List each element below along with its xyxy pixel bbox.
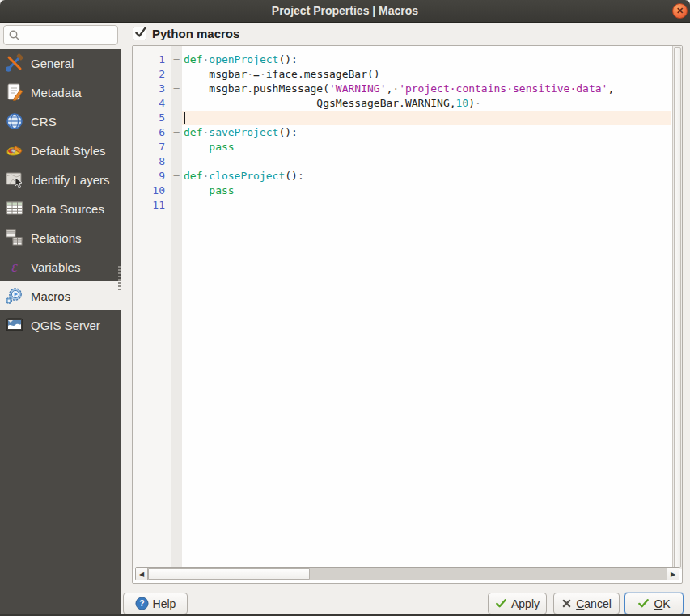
code-line-2[interactable]: 2 msgbar·=·iface.messageBar() — [133, 67, 671, 82]
scroll-right-arrow-icon[interactable]: ▶ — [667, 568, 679, 580]
sidebar-item-general[interactable]: General — [0, 49, 121, 78]
relations-icon — [5, 228, 24, 247]
fold-margin-cell — [171, 154, 182, 169]
code-text[interactable]: pass — [182, 140, 671, 154]
horizontal-scrollbar-thumb[interactable] — [148, 568, 310, 580]
cancel-button-label: Cancel — [576, 597, 612, 610]
line-number: 6 — [133, 125, 171, 140]
code-text[interactable]: msgbar.pushMessage('WARNING',·'project·c… — [182, 82, 671, 96]
sidebar-item-crs[interactable]: CRS — [0, 107, 121, 136]
help-icon: ? — [135, 597, 149, 610]
sidebar-item-metadata[interactable]: Metadata — [0, 78, 121, 107]
line-number: 11 — [133, 198, 171, 213]
code-line-3[interactable]: 3– msgbar.pushMessage('WARNING',·'projec… — [133, 82, 671, 96]
vertical-scrollbar-thumb[interactable] — [674, 47, 681, 568]
macro-code-editor[interactable]: 1–def·openProject():2 msgbar·=·iface.mes… — [132, 45, 683, 584]
horizontal-scrollbar[interactable]: ◀ ▶ — [135, 567, 679, 580]
code-text[interactable]: def·openProject(): — [182, 53, 671, 67]
sidebar-item-label: Metadata — [31, 86, 82, 99]
code-line-11[interactable]: 11 — [133, 198, 671, 213]
fold-margin-cell — [171, 67, 182, 82]
fold-marker-icon[interactable]: – — [171, 125, 182, 140]
sidebar-search[interactable] — [3, 25, 118, 45]
code-text[interactable] — [182, 154, 671, 169]
horizontal-scrollbar-track[interactable] — [148, 568, 667, 580]
sidebar-item-relations[interactable]: Relations — [0, 223, 121, 252]
sidebar-item-label: Default Styles — [31, 144, 106, 158]
line-number: 9 — [133, 169, 171, 184]
fold-margin-cell — [171, 184, 182, 198]
sidebar-item-data-sources[interactable]: Data Sources — [0, 194, 121, 223]
x-icon — [561, 598, 572, 609]
sidebar-item-label: QGIS Server — [31, 319, 100, 332]
code-text[interactable]: def·closeProject(): — [182, 169, 671, 184]
code-line-6[interactable]: 6–def·saveProject(): — [133, 125, 671, 140]
check-icon — [637, 597, 650, 610]
identify-layers-icon — [5, 170, 24, 189]
help-button[interactable]: ? Help — [123, 593, 188, 614]
code-line-1[interactable]: 1–def·openProject(): — [133, 53, 671, 67]
code-line-5[interactable]: 5 — [133, 111, 671, 125]
python-macros-label: Python macros — [152, 27, 239, 40]
sidebar-item-qgis-server[interactable]: QGIS Server — [0, 310, 121, 340]
line-number: 4 — [133, 96, 171, 111]
vertical-scrollbar[interactable] — [672, 46, 682, 569]
fold-marker-icon[interactable]: – — [171, 53, 182, 67]
crs-icon — [5, 112, 24, 131]
sidebar-item-label: Variables — [31, 260, 80, 274]
fold-margin-cell — [171, 111, 182, 125]
sidebar-item-identify-layers[interactable]: Identify Layers — [0, 165, 121, 194]
data-sources-icon — [5, 199, 24, 218]
ok-button[interactable]: OK — [624, 593, 684, 614]
code-text[interactable]: def·saveProject(): — [182, 125, 671, 140]
fold-marker-icon[interactable]: – — [171, 82, 182, 96]
sidebar-item-label: Relations — [31, 231, 82, 245]
ok-button-label: OK — [654, 597, 670, 610]
line-number: 3 — [133, 82, 171, 96]
code-area[interactable]: 1–def·openProject():2 msgbar·=·iface.mes… — [133, 53, 671, 213]
sidebar-scrollbar[interactable] — [118, 266, 121, 290]
search-icon — [8, 29, 21, 42]
variables-icon: ε — [5, 257, 24, 276]
line-number: 5 — [133, 111, 171, 125]
fold-margin-cell — [171, 198, 182, 213]
code-line-4[interactable]: 4 QgsMessageBar.WARNING,10)· — [133, 96, 671, 111]
svg-text:?: ? — [139, 599, 144, 608]
code-text[interactable]: msgbar·=·iface.messageBar() — [182, 67, 671, 82]
close-icon[interactable]: ✕ — [672, 3, 688, 19]
sidebar-item-label: Macros — [31, 289, 70, 303]
cancel-button[interactable]: Cancel — [553, 593, 620, 614]
scroll-left-arrow-icon[interactable]: ◀ — [136, 568, 148, 580]
search-input[interactable] — [23, 27, 116, 44]
sidebar-item-variables[interactable]: εVariables — [0, 252, 121, 281]
sidebar-item-label: CRS — [31, 115, 57, 129]
titlebar[interactable]: Project Properties | Macros ✕ — [0, 0, 690, 23]
sidebar-item-default-styles[interactable]: Default Styles — [0, 136, 121, 165]
code-line-9[interactable]: 9–def·closeProject(): — [133, 169, 671, 184]
code-line-7[interactable]: 7 pass — [133, 140, 671, 154]
line-number: 1 — [133, 53, 171, 67]
fold-marker-icon[interactable]: – — [171, 169, 182, 184]
code-text[interactable] — [182, 198, 671, 213]
metadata-icon — [5, 82, 24, 102]
code-line-8[interactable]: 8 — [133, 154, 671, 169]
python-macros-checkbox-row: Python macros — [133, 27, 239, 40]
sidebar-nav: GeneralMetadataCRSDefault StylesIdentify… — [0, 49, 121, 614]
python-macros-checkbox[interactable] — [133, 27, 146, 40]
code-text[interactable]: QgsMessageBar.WARNING,10)· — [182, 96, 671, 111]
line-number: 7 — [133, 140, 171, 154]
check-icon — [495, 597, 507, 610]
code-text[interactable] — [182, 111, 671, 125]
general-icon — [5, 53, 24, 73]
window-title: Project Properties | Macros — [0, 4, 690, 17]
svg-text:ε: ε — [11, 258, 18, 275]
code-text[interactable]: pass — [182, 184, 671, 198]
line-number: 8 — [133, 154, 171, 169]
apply-button[interactable]: Apply — [488, 593, 547, 614]
line-number: 10 — [133, 184, 171, 198]
default-styles-icon — [5, 141, 24, 160]
sidebar-item-label: General — [31, 57, 74, 70]
sidebar-item-macros[interactable]: Macros — [0, 281, 121, 310]
fold-margin-cell — [171, 140, 182, 154]
code-line-10[interactable]: 10 pass — [133, 184, 671, 198]
